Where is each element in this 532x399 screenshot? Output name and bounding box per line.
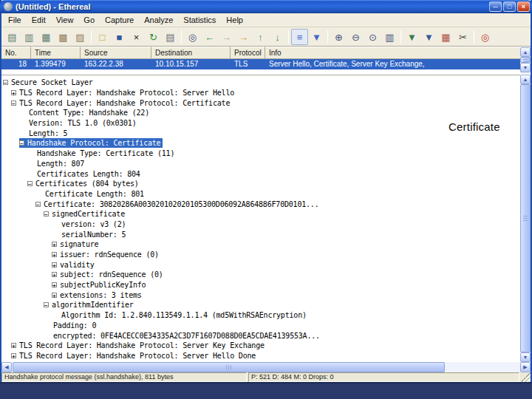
column-header-destination[interactable]: Destination (151, 47, 231, 59)
tree-row[interactable]: Algorithm Id: 1.2.840.113549.1.1.4 (md5W… (3, 310, 520, 321)
tree-row[interactable]: +validity (3, 259, 520, 270)
column-header-source[interactable]: Source (81, 47, 151, 59)
menu-go[interactable]: Go (78, 14, 100, 26)
tree-row[interactable]: Padding: 0 (3, 321, 520, 331)
collapse-icon[interactable]: − (11, 100, 16, 106)
column-header-time[interactable]: Time (31, 47, 81, 59)
tree-row[interactable]: Length: 5 (3, 128, 520, 138)
tree-row[interactable]: +subjectPublicKeyInfo (3, 280, 520, 290)
packet-list-scrollbar[interactable]: ▲ ▼ (520, 47, 531, 74)
collapse-icon[interactable]: − (19, 140, 24, 146)
tree-row[interactable]: +TLS Record Layer: Handshake Protocol: S… (3, 341, 520, 351)
tree-row[interactable]: −Handshake Protocol: Certificate (3, 138, 520, 149)
tree-row[interactable]: Version: TLS 1.0 (0x0301) (3, 118, 520, 129)
scrollbar-thumb[interactable] (520, 57, 531, 63)
open-file-icon[interactable]: □ (94, 29, 111, 45)
expand-icon[interactable]: + (11, 353, 16, 358)
coloring-rules-icon[interactable]: ▦ (437, 29, 454, 45)
tree-row[interactable]: Content Type: Handshake (22) (3, 108, 520, 118)
scroll-up-icon[interactable]: ▲ (520, 47, 531, 57)
scrollbar-thumb[interactable] (520, 84, 531, 352)
close-capture-icon[interactable]: × (128, 29, 145, 45)
tree-row[interactable]: Certificates Length: 804 (3, 168, 520, 179)
scroll-left-icon[interactable]: ◀ (1, 362, 12, 372)
collapse-icon[interactable]: − (35, 202, 41, 207)
tree-row[interactable]: serialNumber: 5 (3, 229, 520, 239)
tree-row[interactable]: +subject: rdnSequence (0) (3, 270, 520, 280)
collapse-icon[interactable]: − (3, 80, 8, 85)
menu-edit[interactable]: Edit (27, 14, 51, 26)
packet-row-selected[interactable]: 181.399479163.22.2.3810.10.15.157TLSServ… (1, 59, 520, 69)
auto-scroll-icon[interactable]: ▼ (308, 29, 325, 45)
go-to-packet-icon[interactable]: → (235, 29, 252, 45)
tree-row[interactable]: version: v3 (2) (3, 219, 520, 230)
horizontal-scrollbar[interactable]: ◀ ▶ (1, 362, 531, 372)
close-icon[interactable]: × (517, 1, 530, 12)
collapse-icon[interactable]: − (27, 181, 33, 186)
go-forward-icon[interactable]: → (218, 29, 235, 45)
expand-icon[interactable]: + (52, 242, 57, 247)
zoom-100-icon[interactable]: ⊙ (364, 29, 381, 45)
tree-row[interactable]: +extensions: 3 items (3, 290, 520, 300)
tree-row[interactable]: +signature (3, 239, 520, 250)
go-to-bottom-icon[interactable]: ↓ (269, 29, 286, 45)
capture-filter-icon[interactable]: ▼ (403, 29, 420, 45)
help-icon[interactable]: ◎ (477, 29, 494, 45)
detail-tree-scrollbar[interactable]: ▲ ▼ (520, 75, 531, 362)
find-packet-icon[interactable]: ◎ (184, 29, 201, 45)
minimize-icon[interactable]: ─ (489, 1, 502, 12)
tree-row[interactable]: +TLS Record Layer: Handshake Protocol: S… (3, 88, 520, 98)
tree-row[interactable]: encrypted: 0FE4ACECC0E34335A2C3D7F1607D0… (3, 330, 520, 341)
go-to-top-icon[interactable]: ↑ (252, 29, 269, 45)
menu-help[interactable]: Help (221, 14, 248, 26)
menu-statistics[interactable]: Statistics (178, 14, 221, 26)
tree-row[interactable]: −Certificate: 30820286A00302010202010530… (3, 199, 520, 209)
column-header-no[interactable]: No. (1, 47, 31, 59)
expand-icon[interactable]: + (52, 262, 57, 267)
tree-row[interactable]: −Certificates (804 bytes) (3, 179, 520, 189)
tree-row[interactable]: Length: 807 (3, 159, 520, 169)
expand-icon[interactable]: + (11, 343, 16, 348)
collapse-icon[interactable]: − (44, 302, 49, 307)
menu-analyze[interactable]: Analyze (139, 14, 178, 26)
title-bar[interactable]: (Untitled) - Ethereal ─ □ × (0, 0, 532, 13)
collapse-icon[interactable]: − (44, 211, 49, 216)
tree-row[interactable]: −TLS Record Layer: Handshake Protocol: C… (3, 98, 520, 108)
expand-icon[interactable]: + (52, 282, 57, 287)
capture-restart-icon[interactable]: ▨ (72, 29, 89, 45)
expand-icon[interactable]: + (52, 272, 57, 277)
reload-icon[interactable]: ↻ (145, 29, 162, 45)
expand-icon[interactable]: + (52, 293, 57, 298)
column-header-protocol[interactable]: Protocol (231, 47, 265, 59)
colorize-icon[interactable]: ≡ (291, 29, 308, 45)
expand-icon[interactable]: + (52, 252, 57, 257)
capture-stop-icon[interactable]: ▩ (55, 29, 72, 45)
tree-row[interactable]: −Secure Socket Layer (3, 78, 520, 88)
print-icon[interactable]: ▤ (162, 29, 179, 45)
scroll-down-icon[interactable]: ▼ (520, 63, 531, 72)
go-back-icon[interactable]: ← (201, 29, 218, 45)
tree-row[interactable]: −algorithmIdentifier (3, 300, 520, 310)
preferences-icon[interactable]: ✂ (454, 29, 471, 45)
maximize-icon[interactable]: □ (503, 1, 516, 12)
capture-start-icon[interactable]: ▦ (38, 29, 55, 45)
menu-view[interactable]: View (51, 14, 79, 26)
scroll-up-icon[interactable]: ▲ (520, 75, 531, 84)
tree-row[interactable]: +TLS Record Layer: Handshake Protocol: S… (3, 351, 520, 361)
scrollbar-thumb[interactable] (13, 362, 445, 372)
capture-options-icon[interactable]: ▥ (21, 29, 38, 45)
zoom-in-icon[interactable]: ⊕ (330, 29, 347, 45)
expand-icon[interactable]: + (11, 90, 16, 95)
tree-row[interactable]: −signedCertificate (3, 209, 520, 219)
capture-interfaces-icon[interactable]: ▤ (4, 29, 21, 45)
tree-row[interactable]: Handshake Type: Certificate (11) (3, 149, 520, 159)
scroll-down-icon[interactable]: ▼ (520, 352, 531, 362)
menu-file[interactable]: File (3, 14, 27, 26)
resize-columns-icon[interactable]: ▥ (381, 29, 398, 45)
tree-row[interactable]: +issuer: rdnSequence (0) (3, 250, 520, 260)
display-filter-icon[interactable]: ▼ (420, 29, 437, 45)
column-header-info[interactable]: Info (265, 47, 531, 59)
menu-capture[interactable]: Capture (100, 14, 139, 26)
scroll-right-icon[interactable]: ▶ (520, 362, 531, 372)
resize-grip-icon[interactable] (521, 372, 531, 382)
